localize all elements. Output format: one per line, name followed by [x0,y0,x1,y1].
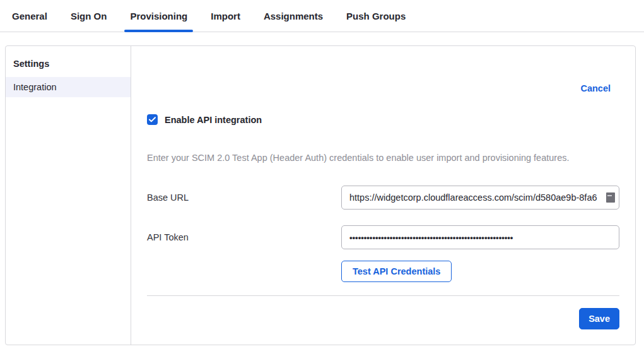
credentials-description: Enter your SCIM 2.0 Test App (Header Aut… [147,153,619,163]
tab-general[interactable]: General [6,0,53,32]
tab-push-groups[interactable]: Push Groups [341,0,411,32]
api-token-input[interactable] [341,225,619,249]
footer-divider [147,295,619,296]
sidebar-header-settings: Settings [6,51,131,77]
base-url-input-wrap [341,186,619,210]
base-url-row: Base URL [147,186,619,210]
cancel-row: Cancel [147,83,619,94]
save-button[interactable]: Save [579,308,619,329]
app-tab-bar: General Sign On Provisioning Import Assi… [0,0,644,32]
tab-import[interactable]: Import [205,0,246,32]
base-url-label: Base URL [147,192,341,203]
integration-settings-content: Cancel Enable API integration Enter your… [131,46,635,345]
settings-sidebar: Settings Integration [6,46,131,345]
checkmark-icon [149,117,156,122]
api-token-row: API Token [147,225,619,249]
api-token-label: API Token [147,232,341,242]
save-row: Save [147,308,619,329]
tab-assignments[interactable]: Assignments [258,0,329,32]
sidebar-item-integration[interactable]: Integration [6,77,131,97]
test-credentials-row: Test API Credentials [147,261,619,282]
tab-provisioning[interactable]: Provisioning [124,0,193,32]
enable-api-integration-checkbox[interactable] [147,114,158,125]
cancel-link[interactable]: Cancel [580,83,611,93]
enable-api-integration-label: Enable API integration [165,115,262,125]
enable-api-integration-row: Enable API integration [147,114,619,125]
tab-sign-on[interactable]: Sign On [65,0,113,32]
api-token-input-wrap [341,225,619,249]
base-url-input[interactable] [341,186,619,210]
test-api-credentials-button[interactable]: Test API Credentials [341,261,452,282]
provisioning-panel: Settings Integration Cancel Enable API i… [5,45,636,345]
